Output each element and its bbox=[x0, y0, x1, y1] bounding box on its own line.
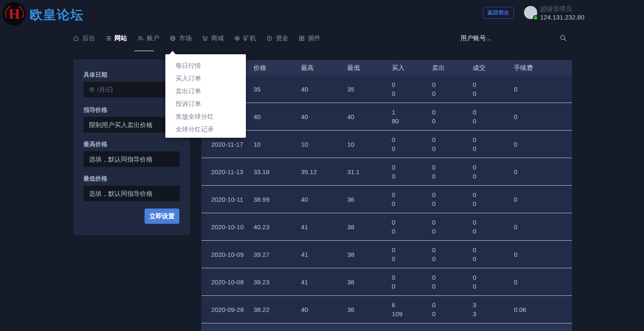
cell-buy-line2: 109 bbox=[392, 309, 432, 318]
cell-low: 40 bbox=[347, 113, 392, 120]
cell-deal: 00 bbox=[473, 218, 514, 236]
cell-fee: 0 bbox=[514, 278, 572, 286]
cell-date: 2020-09-28 bbox=[211, 306, 254, 313]
max-price-input[interactable] bbox=[84, 151, 180, 167]
cell-sell-line1: 0 bbox=[432, 273, 473, 282]
nav-item-2[interactable]: 网站 bbox=[105, 34, 127, 42]
cell-deal: 00 bbox=[473, 273, 514, 291]
cell-buy: 00 bbox=[392, 190, 432, 208]
cell-high: 10 bbox=[301, 141, 347, 148]
cell-price: 39.23 bbox=[254, 278, 301, 286]
cart-icon bbox=[202, 35, 208, 42]
nav-item-4[interactable]: 市场 bbox=[170, 34, 192, 42]
guide-price-label: 指导价格 bbox=[84, 106, 107, 114]
cell-deal-line1: 0 bbox=[473, 163, 514, 172]
menu-item-5[interactable]: 发放全球分红 bbox=[165, 110, 246, 123]
logo-arc-right bbox=[3, 2, 26, 25]
min-price-input[interactable] bbox=[84, 186, 180, 201]
cell-price: 39.27 bbox=[254, 251, 301, 258]
cell-deal: 00 bbox=[473, 163, 514, 181]
cell-sell-line2: 0 bbox=[432, 254, 473, 263]
grid-icon bbox=[298, 35, 305, 42]
cell-low: 38 bbox=[347, 223, 392, 231]
menu-item-1[interactable]: 每日行情 bbox=[165, 59, 246, 72]
cell-sell-line1: 0 bbox=[432, 135, 473, 144]
cell-buy-line2: 0 bbox=[392, 199, 432, 208]
market-history-table: 价格最高最低买入卖出成交手续费 354035000000040404018000… bbox=[201, 60, 572, 331]
header-cell-3: 最高 bbox=[301, 64, 347, 72]
cell-buy: 6109 bbox=[392, 300, 432, 318]
nav-item-5[interactable]: 商城 bbox=[202, 34, 224, 42]
dropdown-arrow bbox=[169, 51, 176, 55]
table-row bbox=[201, 323, 572, 331]
cell-buy-line1: 0 bbox=[392, 273, 432, 282]
brand-title[interactable]: 欧皇论坛 bbox=[30, 6, 84, 24]
cell-sell-line2: 0 bbox=[432, 172, 473, 181]
cell-sell: 00 bbox=[432, 190, 473, 208]
cell-buy-line1: 0 bbox=[392, 135, 432, 144]
cell-buy-line2: 0 bbox=[392, 144, 432, 153]
cell-deal-line2: 3 bbox=[473, 309, 514, 318]
cell-sell-line1: 0 bbox=[432, 218, 473, 227]
search-icon[interactable] bbox=[560, 34, 567, 42]
cell-deal-line2: 0 bbox=[473, 282, 514, 291]
header-cell-2: 价格 bbox=[254, 64, 301, 72]
cell-deal: 33 bbox=[473, 300, 514, 318]
cell-low: 38 bbox=[347, 278, 392, 286]
cell-buy-line1: 0 bbox=[392, 218, 432, 227]
date-label: 具体日期 bbox=[84, 71, 107, 79]
cell-buy: 00 bbox=[392, 218, 432, 236]
cell-sell: 00 bbox=[432, 80, 473, 98]
menu-item-3[interactable]: 卖出订单 bbox=[165, 85, 246, 97]
min-price-label: 最低价格 bbox=[84, 175, 107, 183]
table-row: 2020-10-0839.2341380000000 bbox=[201, 268, 572, 296]
cell-sell: 00 bbox=[432, 108, 473, 125]
cell-high: 40 bbox=[301, 306, 347, 313]
menu-item-6[interactable]: 全球分红记录 bbox=[165, 123, 246, 136]
nav-item-3[interactable]: 账户 bbox=[137, 34, 159, 42]
cell-fee: 0 bbox=[514, 223, 572, 231]
coin-icon bbox=[266, 35, 273, 42]
cell-sell: 00 bbox=[432, 218, 473, 236]
back-to-front-button[interactable]: 返回前台 bbox=[483, 7, 514, 19]
cell-high: 41 bbox=[301, 278, 347, 286]
cpu-icon bbox=[234, 35, 240, 42]
cell-buy-line2: 0 bbox=[392, 227, 432, 236]
menu-item-4[interactable]: 投诉订单 bbox=[165, 97, 246, 110]
cell-date: 2020-10-10 bbox=[211, 223, 254, 231]
cell-buy-line2: 0 bbox=[392, 172, 432, 181]
cell-deal: 00 bbox=[473, 135, 514, 153]
cell-deal: 00 bbox=[473, 245, 514, 263]
cell-buy-line1: 0 bbox=[392, 163, 432, 172]
cell-price: 33.18 bbox=[254, 168, 301, 175]
table-row: 2020-09-2838.224036610900330.06 bbox=[201, 296, 572, 323]
avatar[interactable] bbox=[524, 6, 537, 19]
cell-low: 31.1 bbox=[347, 168, 392, 175]
user-name: 超级管理员 bbox=[540, 5, 572, 13]
nav-item-8[interactable]: 插件 bbox=[298, 34, 321, 42]
cell-deal-line2: 0 bbox=[473, 227, 514, 236]
cell-sell: 00 bbox=[432, 300, 473, 318]
user-ip: 124.131.232.80 bbox=[540, 14, 584, 21]
header-cell-8: 手续费 bbox=[514, 64, 572, 72]
brand-logo[interactable]: H bbox=[3, 2, 26, 25]
nav-item-1[interactable]: 后台 bbox=[73, 34, 95, 42]
cell-buy: 00 bbox=[392, 273, 432, 291]
cell-buy-line1: 0 bbox=[392, 80, 432, 89]
cell-date: 2020-10-11 bbox=[211, 196, 254, 203]
search-input[interactable] bbox=[460, 31, 552, 44]
cell-sell-line2: 0 bbox=[432, 199, 473, 208]
nav-item-7[interactable]: 资金 bbox=[266, 34, 288, 42]
cell-buy-line2: 0 bbox=[392, 282, 432, 291]
home-icon bbox=[73, 35, 79, 42]
cell-low: 36 bbox=[347, 196, 392, 203]
submit-button[interactable]: 立即设置 bbox=[145, 209, 179, 224]
main-nav: 后台网站账户市场商城矿机资金插件 bbox=[73, 32, 321, 44]
cell-high: 41 bbox=[301, 223, 347, 231]
nav-item-6[interactable]: 矿机 bbox=[234, 34, 256, 42]
cell-deal-line2: 0 bbox=[473, 172, 514, 181]
menu-item-2[interactable]: 买入订单 bbox=[165, 72, 246, 85]
market-dropdown-menu: 每日行情买入订单卖出订单投诉订单发放全球分红全球分红记录 bbox=[165, 54, 246, 138]
table-row: 2020-10-1040.2341380000000 bbox=[201, 213, 572, 241]
header-cell-6: 卖出 bbox=[432, 64, 473, 72]
